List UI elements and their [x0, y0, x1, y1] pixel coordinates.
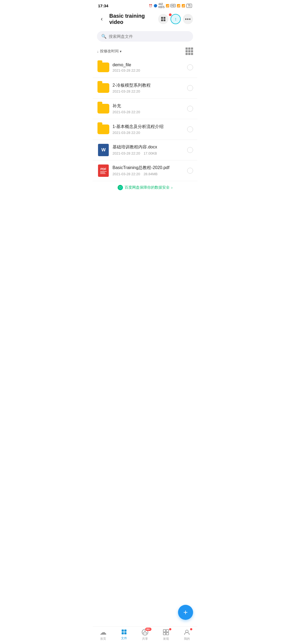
- back-button[interactable]: ‹: [97, 14, 107, 24]
- security-arrow-icon: ›: [171, 185, 173, 190]
- word-letter: W: [101, 147, 105, 153]
- svg-point-9: [144, 631, 146, 632]
- file-info: demo_file 2021-03-28 22:20: [110, 63, 187, 72]
- layout-icon: [161, 16, 166, 22]
- grid-dot: [186, 53, 188, 55]
- file-info: BasicTraining总教程-2020.pdf 2021-03-28 22:…: [110, 165, 187, 177]
- file-info: 补充 2021-03-28 22:20: [110, 103, 187, 114]
- bluetooth-icon: 🔵: [154, 4, 157, 8]
- pdf-lines: [100, 171, 107, 174]
- discover-notification-dot: [169, 628, 171, 630]
- pdf-icon-wrap: PDF: [97, 164, 110, 177]
- nav-item-discover[interactable]: 发现: [158, 629, 174, 641]
- file-select-radio[interactable]: [187, 126, 193, 132]
- list-item[interactable]: 1-基本概念及分析流程介绍 2021-03-28 22:20: [93, 119, 197, 140]
- status-bar: 17:34 ⏰ 🔵 442KB/S 📶 HD 📶 📶 75: [93, 0, 197, 10]
- svg-rect-17: [166, 632, 169, 635]
- list-item[interactable]: 补充 2021-03-28 22:20: [93, 98, 197, 119]
- svg-rect-5: [124, 630, 126, 632]
- nav-label-profile: 我的: [184, 637, 190, 641]
- grid-dot: [191, 47, 193, 50]
- nav-label-share: 共享: [142, 637, 148, 641]
- sort-chevron-icon: ▾: [120, 49, 122, 53]
- pdf-line: [100, 171, 107, 172]
- pdf-icon: PDF: [98, 164, 109, 177]
- notification-dot: [169, 13, 172, 16]
- status-time: 17:34: [98, 3, 108, 8]
- file-select-radio[interactable]: [187, 147, 193, 153]
- profile-notification-dot: [190, 628, 192, 630]
- file-name: 补充: [113, 103, 184, 109]
- svg-rect-2: [161, 19, 163, 21]
- file-select-radio[interactable]: [187, 85, 193, 91]
- view-toggle-button[interactable]: [158, 14, 168, 24]
- file-meta: 2021-03-28 22:20: [113, 89, 184, 93]
- grid-dot: [188, 53, 190, 55]
- header: ‹ Basic training video ↕ •••: [93, 10, 197, 28]
- more-options-button[interactable]: •••: [183, 14, 193, 24]
- list-item[interactable]: 2-冷板模型系列教程 2021-03-28 22:20: [93, 78, 197, 98]
- home-cloud-icon: ☁: [100, 629, 107, 636]
- file-name: BasicTraining总教程-2020.pdf: [113, 165, 184, 171]
- page-title: Basic training video: [109, 13, 155, 25]
- svg-rect-14: [163, 630, 166, 632]
- file-meta: 2021-03-28 22:20: [113, 68, 184, 72]
- folder-icon: [97, 104, 109, 114]
- search-input[interactable]: [109, 34, 189, 39]
- sort-icon: ↕: [175, 17, 177, 21]
- pdf-line: [100, 173, 106, 174]
- file-meta: 2021-03-28 22:20 28.84MB: [113, 172, 184, 177]
- list-item[interactable]: W 基础培训教程内容.docx 2021-03-28 22:20 17.00KB: [93, 140, 197, 160]
- nav-label-discover: 发现: [163, 637, 169, 641]
- file-select-radio[interactable]: [187, 168, 193, 174]
- list-item[interactable]: PDF BasicTraining总教程-2020.pdf 2021-03-28…: [93, 160, 197, 181]
- file-name: 2-冷板模型系列教程: [113, 83, 184, 88]
- svg-rect-4: [122, 630, 124, 632]
- file-list: demo_file 2021-03-28 22:20 2-冷板模型系列教程 20…: [93, 57, 197, 181]
- alarm-icon: ⏰: [149, 4, 153, 8]
- nav-item-files[interactable]: 文件: [116, 629, 132, 641]
- share-badge: 99+: [145, 628, 151, 631]
- security-banner[interactable]: 🛡 百度网盘保障你的数据安全 ›: [93, 181, 197, 194]
- nav-item-profile[interactable]: 我的: [179, 629, 195, 641]
- add-fab-button[interactable]: +: [178, 605, 193, 620]
- sort-button[interactable]: ↕: [171, 14, 181, 24]
- profile-icon: [183, 629, 190, 636]
- folder-icon-wrap: [97, 123, 110, 136]
- discover-icon: [162, 629, 169, 636]
- nav-item-share[interactable]: 99+ 共享: [137, 629, 153, 641]
- folder-icon: [97, 83, 109, 93]
- nav-item-home[interactable]: ☁ 首页: [95, 629, 111, 641]
- grid-dot: [191, 50, 193, 52]
- speed-indicator: 442KB/S: [158, 3, 165, 9]
- sort-bar: ↓ 按修改时间 ▾: [93, 45, 197, 57]
- grid-view-toggle[interactable]: [186, 47, 193, 55]
- status-icons: ⏰ 🔵 442KB/S 📶 HD 📶 📶 75: [149, 3, 192, 9]
- list-item[interactable]: demo_file 2021-03-28 22:20: [93, 57, 197, 78]
- search-icon: 🔍: [101, 34, 107, 39]
- file-name: demo_file: [113, 63, 184, 67]
- file-select-radio[interactable]: [187, 106, 193, 112]
- svg-rect-0: [161, 17, 163, 19]
- file-info: 1-基本概念及分析流程介绍 2021-03-28 22:20: [110, 124, 187, 135]
- folder-icon-wrap: [97, 61, 110, 74]
- word-icon: W: [98, 144, 109, 156]
- search-box: 🔍: [97, 31, 193, 42]
- files-icon: [121, 629, 127, 635]
- file-select-radio[interactable]: [187, 64, 193, 70]
- back-arrow-icon: ‹: [101, 16, 103, 23]
- folder-icon: [97, 125, 109, 134]
- folder-icon: [97, 63, 109, 72]
- pdf-label: PDF: [100, 167, 106, 171]
- signal-icon-1: 📶: [177, 4, 180, 8]
- folder-icon-wrap: [97, 82, 110, 94]
- svg-rect-6: [122, 632, 124, 634]
- folder-icon-wrap: [97, 102, 110, 115]
- file-meta: 2021-03-28 22:20: [113, 131, 184, 135]
- sort-selector[interactable]: ↓ 按修改时间 ▾: [97, 49, 122, 54]
- bottom-nav: ☁ 首页 文件 99+ 共享 发现: [93, 626, 197, 644]
- pdf-line: [100, 172, 105, 173]
- search-container: 🔍: [93, 28, 197, 45]
- battery-icon: 75: [186, 4, 192, 8]
- grid-dot: [191, 53, 193, 55]
